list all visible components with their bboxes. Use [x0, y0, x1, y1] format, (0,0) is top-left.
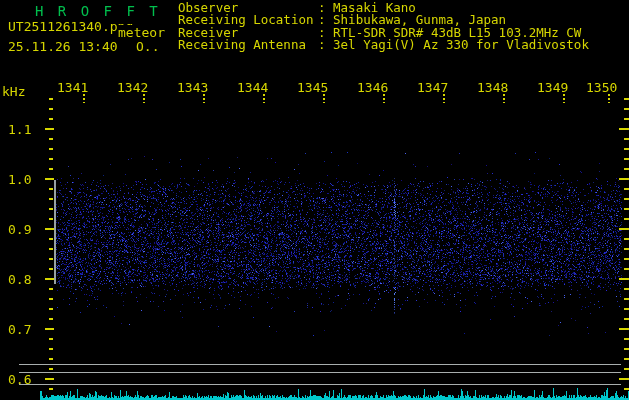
- y-axis-major-tick-right: [619, 328, 629, 330]
- y-axis-minor-tick: [49, 308, 53, 310]
- y-axis-minor-tick: [49, 108, 53, 110]
- x-axis-tick: [323, 94, 325, 103]
- y-axis-label: 0.9: [8, 222, 31, 237]
- y-axis-major-tick: [45, 228, 54, 230]
- x-axis-tick: [203, 94, 205, 103]
- y-axis-label: 0.7: [8, 322, 31, 337]
- y-axis-minor-tick-right: [624, 98, 629, 100]
- y-axis-label: 1.1: [8, 122, 31, 137]
- output-filename: UT2511261340.png: [8, 19, 133, 34]
- y-axis-minor-tick-right: [624, 168, 629, 170]
- y-axis-minor-tick-right: [624, 118, 629, 120]
- y-axis-unit: kHz: [2, 84, 25, 99]
- reference-line-2: [19, 372, 621, 373]
- y-axis-minor-tick: [49, 258, 53, 260]
- y-axis-minor-tick: [49, 188, 53, 190]
- y-axis-minor-tick-right: [624, 308, 629, 310]
- x-axis-label: 1345: [297, 80, 328, 95]
- y-axis-minor-tick: [49, 158, 53, 160]
- counter-label: O..: [136, 39, 159, 54]
- y-axis-minor-tick: [49, 248, 53, 250]
- info-row: Receiving Antenna: 3el Yagi(V) Az 330 fo…: [178, 39, 589, 51]
- x-axis-tick: [263, 94, 265, 103]
- y-axis-minor-tick-right: [624, 318, 629, 320]
- info-row-value: : 3el Yagi(V) Az 330 for Vladivostok: [318, 37, 589, 52]
- y-axis-minor-tick: [49, 358, 53, 360]
- y-axis-minor-tick-right: [624, 268, 629, 270]
- y-axis-minor-tick-right: [624, 298, 629, 300]
- y-axis-label: 1.0: [8, 172, 31, 187]
- reference-line-1: [19, 364, 621, 365]
- y-axis-minor-tick: [49, 348, 53, 350]
- y-axis-minor-tick-right: [624, 138, 629, 140]
- y-axis-minor-tick-right: [624, 358, 629, 360]
- y-axis-minor-tick-right: [624, 368, 629, 370]
- info-row-label: Receiving Antenna: [178, 39, 318, 51]
- y-axis-minor-tick: [49, 368, 53, 370]
- x-axis-tick: [503, 94, 505, 103]
- y-axis-minor-tick-right: [624, 248, 629, 250]
- y-axis-major-tick-right: [619, 378, 629, 380]
- observer-info-block: Observer: Masaki KanoReceiving Location:…: [178, 2, 589, 52]
- x-axis-label: 1342: [117, 80, 148, 95]
- y-axis-minor-tick-right: [624, 218, 629, 220]
- y-axis-minor-tick-right: [624, 108, 629, 110]
- y-axis-minor-tick-right: [624, 338, 629, 340]
- y-axis-minor-tick-right: [624, 208, 629, 210]
- x-axis-tick: [83, 94, 85, 103]
- y-axis-minor-tick: [49, 208, 53, 210]
- y-axis-label: 0.8: [8, 272, 31, 287]
- y-axis-major-tick: [45, 328, 54, 330]
- y-axis-minor-tick-right: [624, 188, 629, 190]
- x-axis-tick: [383, 94, 385, 103]
- y-axis-major-tick: [45, 128, 54, 130]
- y-axis-minor-tick: [49, 138, 53, 140]
- y-axis-minor-tick: [49, 388, 53, 390]
- y-axis-minor-tick-right: [624, 258, 629, 260]
- y-axis-minor-tick: [49, 238, 53, 240]
- y-axis-minor-tick: [49, 288, 53, 290]
- x-axis-label: 1341: [57, 80, 88, 95]
- x-axis-tick: [443, 94, 445, 103]
- x-axis-label: 1349: [537, 80, 568, 95]
- x-axis-tick: [143, 94, 145, 103]
- datetime-label: 25.11.26 13:40: [8, 39, 118, 54]
- y-axis-minor-tick: [49, 338, 53, 340]
- x-axis-label: 1348: [477, 80, 508, 95]
- y-axis-minor-tick-right: [624, 158, 629, 160]
- mode-label: meteor: [117, 25, 166, 40]
- y-axis-minor-tick-right: [624, 148, 629, 150]
- y-axis-minor-tick: [49, 218, 53, 220]
- y-axis-major-tick: [45, 378, 54, 380]
- y-axis-minor-tick-right: [624, 388, 629, 390]
- reference-line-3: [19, 384, 621, 385]
- spectrogram-canvas: [0, 0, 629, 400]
- y-axis-minor-tick: [49, 168, 53, 170]
- y-axis-minor-tick: [49, 298, 53, 300]
- x-axis-tick: [563, 94, 565, 103]
- y-axis-minor-tick: [49, 198, 53, 200]
- x-axis-tick: [608, 94, 610, 103]
- x-axis-label: 1346: [357, 80, 388, 95]
- app-title: H R O F F T: [35, 3, 161, 19]
- y-axis-major-tick: [45, 178, 54, 180]
- y-axis-major-tick-right: [619, 278, 629, 280]
- y-axis-minor-tick-right: [624, 288, 629, 290]
- y-axis-minor-tick-right: [624, 238, 629, 240]
- y-axis-major-tick: [45, 278, 54, 280]
- y-axis-minor-tick: [49, 318, 53, 320]
- x-axis-label: 1343: [177, 80, 208, 95]
- y-axis-minor-tick-right: [624, 198, 629, 200]
- y-axis-minor-tick: [49, 268, 53, 270]
- y-axis-minor-tick: [49, 118, 53, 120]
- hrofft-screen: H R O F F T UT2511261340.png meteor 25.1…: [0, 0, 629, 400]
- x-axis-label: 1347: [417, 80, 448, 95]
- y-axis-label: 0.6: [8, 372, 31, 387]
- x-axis-label: 1344: [237, 80, 268, 95]
- y-axis-minor-tick: [49, 148, 53, 150]
- band-edge-marker: [54, 180, 56, 284]
- y-axis-major-tick-right: [619, 228, 629, 230]
- y-axis-major-tick-right: [619, 178, 629, 180]
- y-axis-minor-tick: [49, 98, 53, 100]
- y-axis-major-tick-right: [619, 128, 629, 130]
